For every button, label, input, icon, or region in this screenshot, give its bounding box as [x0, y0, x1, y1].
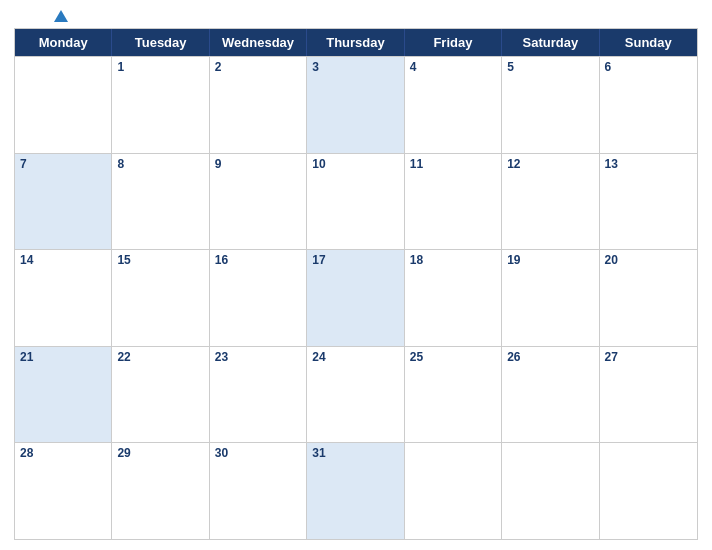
cal-cell: 28: [15, 443, 112, 539]
cal-cell: 31: [307, 443, 404, 539]
day-number: 31: [312, 446, 398, 460]
cal-cell: 20: [600, 250, 697, 346]
cal-cell: 30: [210, 443, 307, 539]
day-number: 5: [507, 60, 593, 74]
day-number: 0: [410, 446, 496, 460]
logo: [14, 10, 104, 22]
page-header: [14, 10, 698, 22]
day-header-sunday: Sunday: [600, 29, 697, 56]
day-number: 0: [605, 446, 692, 460]
day-header-wednesday: Wednesday: [210, 29, 307, 56]
cal-cell: 29: [112, 443, 209, 539]
cal-cell: 1: [112, 57, 209, 153]
day-number: 25: [410, 350, 496, 364]
cal-cell: 23: [210, 347, 307, 443]
day-number: 3: [312, 60, 398, 74]
day-header-monday: Monday: [15, 29, 112, 56]
day-number: 21: [20, 350, 106, 364]
cal-cell: 19: [502, 250, 599, 346]
cal-cell: 10: [307, 154, 404, 250]
cal-cell: 8: [112, 154, 209, 250]
cal-cell: 26: [502, 347, 599, 443]
week-row-2: 78910111213: [15, 153, 697, 250]
day-number: 0: [20, 60, 106, 74]
week-row-1: 0123456: [15, 56, 697, 153]
logo-blue: [50, 10, 68, 22]
cal-cell: 22: [112, 347, 209, 443]
day-number: 14: [20, 253, 106, 267]
cal-cell: 3: [307, 57, 404, 153]
day-header-friday: Friday: [405, 29, 502, 56]
cal-cell: 21: [15, 347, 112, 443]
day-number: 7: [20, 157, 106, 171]
calendar-header-row: MondayTuesdayWednesdayThursdayFridaySatu…: [15, 29, 697, 56]
day-header-saturday: Saturday: [502, 29, 599, 56]
day-number: 23: [215, 350, 301, 364]
day-number: 4: [410, 60, 496, 74]
day-number: 22: [117, 350, 203, 364]
cal-cell: 2: [210, 57, 307, 153]
day-number: 11: [410, 157, 496, 171]
cal-cell: 6: [600, 57, 697, 153]
day-number: 27: [605, 350, 692, 364]
cal-cell: 0: [15, 57, 112, 153]
day-number: 28: [20, 446, 106, 460]
cal-cell: 0: [502, 443, 599, 539]
cal-cell: 18: [405, 250, 502, 346]
cal-cell: 14: [15, 250, 112, 346]
day-number: 6: [605, 60, 692, 74]
week-row-4: 21222324252627: [15, 346, 697, 443]
cal-cell: 17: [307, 250, 404, 346]
day-header-tuesday: Tuesday: [112, 29, 209, 56]
cal-cell: 13: [600, 154, 697, 250]
day-number: 20: [605, 253, 692, 267]
cal-cell: 15: [112, 250, 209, 346]
day-number: 18: [410, 253, 496, 267]
logo-triangle-icon: [54, 10, 68, 22]
cal-cell: 7: [15, 154, 112, 250]
day-number: 13: [605, 157, 692, 171]
day-number: 1: [117, 60, 203, 74]
day-header-thursday: Thursday: [307, 29, 404, 56]
day-number: 17: [312, 253, 398, 267]
cal-cell: 0: [600, 443, 697, 539]
cal-cell: 24: [307, 347, 404, 443]
day-number: 19: [507, 253, 593, 267]
week-row-3: 14151617181920: [15, 249, 697, 346]
day-number: 29: [117, 446, 203, 460]
day-number: 12: [507, 157, 593, 171]
cal-cell: 9: [210, 154, 307, 250]
day-number: 2: [215, 60, 301, 74]
cal-cell: 25: [405, 347, 502, 443]
cal-cell: 16: [210, 250, 307, 346]
day-number: 30: [215, 446, 301, 460]
day-number: 16: [215, 253, 301, 267]
day-number: 10: [312, 157, 398, 171]
cal-cell: 5: [502, 57, 599, 153]
day-number: 26: [507, 350, 593, 364]
day-number: 0: [507, 446, 593, 460]
calendar-page: MondayTuesdayWednesdayThursdayFridaySatu…: [0, 0, 712, 550]
week-row-5: 28293031000: [15, 442, 697, 539]
day-number: 15: [117, 253, 203, 267]
cal-cell: 11: [405, 154, 502, 250]
day-number: 8: [117, 157, 203, 171]
day-number: 9: [215, 157, 301, 171]
cal-cell: 12: [502, 154, 599, 250]
cal-cell: 4: [405, 57, 502, 153]
cal-cell: 0: [405, 443, 502, 539]
cal-cell: 27: [600, 347, 697, 443]
calendar-grid: MondayTuesdayWednesdayThursdayFridaySatu…: [14, 28, 698, 540]
day-number: 24: [312, 350, 398, 364]
calendar-body: 0123456789101112131415161718192021222324…: [15, 56, 697, 539]
